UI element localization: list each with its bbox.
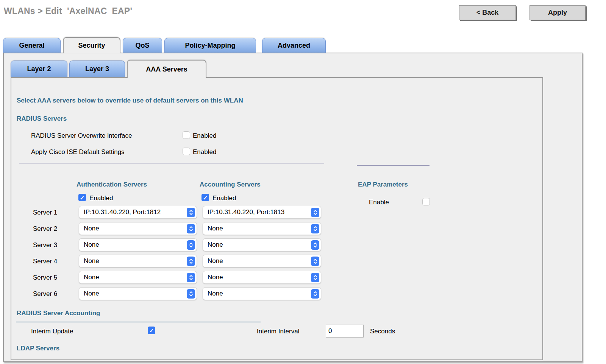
ldap-servers-heading: LDAP Servers [17,345,59,352]
aaa-servers-panel: Select AAA servers below to override use… [11,77,543,360]
divider-right [357,165,430,166]
authentication-servers-heading: Authentication Servers [77,181,147,188]
interim-update-label: Interim Update [31,328,73,335]
select-updown-icon [311,224,319,233]
cisco-ise-checkbox[interactable] [183,148,190,155]
seconds-label: Seconds [370,328,395,335]
tab-policy-mapping[interactable]: Policy-Mapping [164,38,256,53]
select-value: None [84,274,99,281]
server4-acct-select[interactable]: None [203,255,321,268]
radius-overwrite-label: RADIUS Server Overwrite interface [31,132,132,140]
radius-overwrite-checkbox[interactable] [183,131,190,139]
select-updown-icon [311,289,319,299]
auth-enabled-label: Enabled [89,194,113,202]
select-value: IP:10.31.40.220, Port:1812 [84,208,161,216]
select-value: None [84,241,99,249]
select-value: None [208,225,223,232]
server-row-label: Server 1 [33,209,57,216]
interim-update-checkbox[interactable]: ✓ [148,327,155,334]
page-title: WLANs > Edit 'AxelNAC_EAP' [4,6,132,16]
server6-acct-select[interactable]: None [203,287,321,300]
divider-left [19,163,324,163]
server5-auth-select[interactable]: None [79,271,197,284]
accounting-underline [16,322,261,322]
select-value: None [208,290,223,297]
interim-interval-label: Interim Interval [257,328,299,335]
back-button[interactable]: < Back [459,5,516,20]
tab-advanced[interactable]: Advanced [262,38,326,53]
select-value: IP:10.31.40.220, Port:1813 [208,208,284,216]
eap-parameters-heading: EAP Parameters [358,181,408,188]
wlan-name: 'AxelNAC_EAP' [67,6,132,16]
acct-enabled-checkbox[interactable]: ✓ [201,194,209,201]
radius-server-accounting-heading: RADIUS Server Accounting [17,310,100,317]
select-updown-icon [187,273,195,282]
select-value: None [84,225,99,232]
select-updown-icon [311,257,319,266]
select-updown-icon [187,289,195,299]
subtab-aaa-servers[interactable]: AAA Servers [127,60,206,78]
select-updown-icon [187,224,195,233]
apply-button[interactable]: Apply [529,5,586,20]
server-row-label: Server 3 [33,241,57,249]
select-updown-icon [311,273,319,282]
select-value: None [84,257,99,265]
server5-acct-select[interactable]: None [203,271,321,284]
subtab-layer2[interactable]: Layer 2 [11,61,67,77]
radius-overwrite-enabled-label: Enabled [193,132,216,140]
cisco-ise-label: Apply Cisco ISE Default Settings [31,148,125,156]
acct-enabled-label: Enabled [212,194,236,202]
server6-auth-select[interactable]: None [79,287,197,300]
server-row-label: Server 5 [33,274,57,282]
radius-servers-heading: RADIUS Servers [17,115,67,123]
select-value: None [208,257,223,265]
select-updown-icon [311,208,319,217]
auth-enabled-checkbox[interactable]: ✓ [78,194,86,201]
select-updown-icon [187,257,195,266]
subtab-layer3[interactable]: Layer 3 [69,61,125,77]
select-updown-icon [187,208,195,217]
checkmark-icon: ✓ [149,328,154,333]
accounting-servers-heading: Accounting Servers [200,181,261,188]
select-value: None [208,274,223,281]
server-row-label: Server 2 [33,225,57,233]
server3-auth-select[interactable]: None [79,238,197,251]
intro-text: Select AAA servers below to override use… [17,97,243,104]
checkmark-icon: ✓ [203,195,208,201]
checkmark-icon: ✓ [80,195,85,201]
select-updown-icon [187,240,195,250]
cisco-ise-enabled-label: Enabled [193,148,216,156]
select-value: None [84,290,99,297]
breadcrumb: WLANs > Edit [4,6,62,16]
server2-auth-select[interactable]: None [79,222,197,235]
tab-general[interactable]: General [3,38,61,53]
server-row-label: Server 4 [33,258,57,265]
select-value: None [208,241,223,249]
interim-interval-input[interactable] [326,325,364,338]
server4-auth-select[interactable]: None [79,255,197,268]
select-updown-icon [311,240,319,250]
server3-acct-select[interactable]: None [203,238,321,251]
eap-enable-label: Enable [369,199,389,206]
server1-acct-select[interactable]: IP:10.31.40.220, Port:1813 [203,206,321,219]
server-row-label: Server 6 [33,290,57,298]
tab-qos[interactable]: QoS [123,38,162,53]
wlc-edit-wlan-page: WLANs > Edit 'AxelNAC_EAP' < Back Apply … [0,0,606,364]
tab-security[interactable]: Security [63,37,120,53]
server1-auth-select[interactable]: IP:10.31.40.220, Port:1812 [79,206,197,219]
eap-enable-checkbox[interactable] [422,198,430,205]
server2-acct-select[interactable]: None [203,222,321,235]
